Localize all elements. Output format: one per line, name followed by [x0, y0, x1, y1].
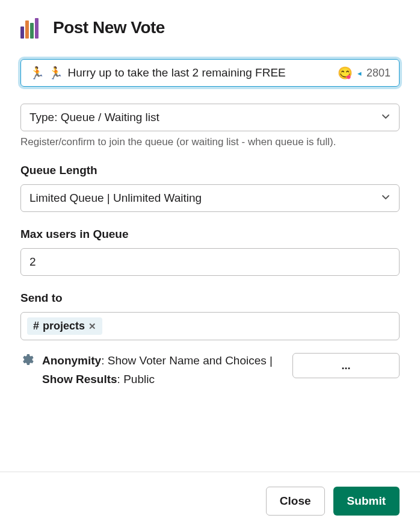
char-count: 2801 [366, 67, 391, 80]
running-emoji-icon: 🏃 🏃 [29, 66, 63, 80]
vote-title-input[interactable]: 🏃 🏃 Hurry up to take the last 2 remainin… [20, 59, 400, 87]
channel-name: projects [43, 320, 85, 332]
modal-footer: Close Submit [0, 472, 420, 530]
post-vote-modal: Post New Vote 🏃 🏃 Hurry up to take the l… [0, 0, 420, 530]
results-value: : Public [117, 373, 155, 385]
results-label: Show Results [42, 373, 117, 385]
hash-icon: # [33, 320, 39, 332]
channel-chip[interactable]: # projects ✕ [27, 317, 102, 335]
type-select-value: Type: Queue / Waiting list [29, 111, 159, 124]
queue-length-label: Queue Length [20, 164, 400, 177]
submit-button[interactable]: Submit [333, 487, 400, 516]
app-logo-icon [20, 17, 42, 39]
settings-summary: Anonymity: Show Voter Name and Choices |… [42, 351, 285, 389]
type-select[interactable]: Type: Queue / Waiting list [20, 104, 400, 131]
vote-title-text: Hurry up to take the last 2 remaining FR… [68, 66, 333, 80]
send-to-label: Send to [20, 292, 400, 305]
queue-length-select[interactable]: Limited Queue | Unlimited Waiting [20, 184, 400, 212]
modal-body: Post New Vote 🏃 🏃 Hurry up to take the l… [0, 0, 420, 472]
modal-title: Post New Vote [53, 18, 165, 37]
anonymity-label: Anonymity [42, 354, 101, 367]
max-users-label: Max users in Queue [20, 228, 400, 241]
anonymity-value: : Show Voter Name and Choices | [101, 354, 273, 367]
type-select-helper: Register/confirm to join the queue (or w… [20, 136, 400, 148]
close-button[interactable]: Close [266, 487, 325, 516]
chevron-down-icon [381, 111, 391, 124]
settings-summary-row: Anonymity: Show Voter Name and Choices |… [20, 351, 400, 389]
modal-header: Post New Vote [20, 17, 400, 39]
tongue-emoji-icon: 😋 [338, 66, 353, 80]
send-to-input[interactable]: # projects ✕ [20, 312, 400, 340]
queue-length-value: Limited Queue | Unlimited Waiting [29, 192, 202, 205]
chevron-down-icon [381, 192, 391, 205]
caret-icon: ◂ [357, 69, 362, 78]
more-settings-button[interactable]: ... [292, 353, 400, 378]
remove-chip-icon[interactable]: ✕ [88, 321, 96, 332]
max-users-input[interactable] [20, 248, 400, 276]
gear-icon [20, 353, 35, 370]
